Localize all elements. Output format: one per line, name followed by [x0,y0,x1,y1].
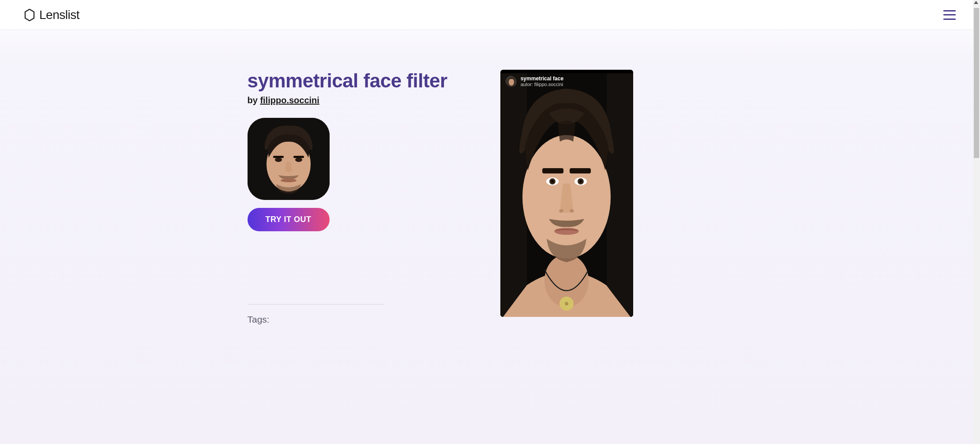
svg-rect-4 [273,156,284,158]
svg-point-6 [281,179,297,182]
tags-heading: Tags: [248,314,447,325]
brand-logo[interactable]: Lenslist [24,8,79,22]
hamburger-line-icon [943,19,956,20]
lenslist-hexagon-icon [24,9,35,21]
preview-meta: symmetrical face autor: filippo.soccini [521,75,563,87]
preview-header: symmetrical face autor: filippo.soccini [506,75,563,87]
try-it-out-button[interactable]: TRY IT OUT [248,208,330,231]
preview-author-line: autor: filippo.soccini [521,82,563,87]
filter-preview-card: symmetrical face autor: filippo.soccini [500,70,633,317]
hamburger-line-icon [943,10,956,11]
preview-avatar-icon [506,76,516,87]
menu-button[interactable] [943,10,956,20]
svg-point-2 [275,158,282,162]
filter-thumbnail [248,118,330,200]
face-thumbnail-image [248,118,330,200]
svg-point-24 [554,228,579,235]
by-prefix: by [248,95,260,105]
hamburger-line-icon [943,14,956,15]
filter-byline: by filippo.soccini [248,95,447,105]
svg-rect-5 [293,156,304,158]
site-header: Lenslist [0,0,980,30]
author-link[interactable]: filippo.soccini [260,95,319,105]
filter-details: symmetrical face filter by filippo.socci… [248,70,447,325]
svg-rect-14 [542,168,563,173]
svg-rect-11 [607,73,633,317]
scrollbar-thumb[interactable] [974,8,979,158]
scroll-up-arrow-icon[interactable] [974,1,978,4]
brand-name: Lenslist [39,8,79,22]
preview-filter-name: symmetrical face [521,75,563,82]
svg-point-20 [551,180,554,183]
svg-rect-15 [570,168,591,173]
preview-face-image [500,73,633,317]
svg-point-8 [509,79,514,86]
scrollbar-track[interactable] [973,0,980,444]
section-divider [248,304,384,305]
svg-point-26 [565,302,568,305]
svg-point-21 [579,180,582,183]
svg-point-23 [570,209,574,213]
main-content: symmetrical face filter by filippo.socci… [150,30,830,325]
filter-title: symmetrical face filter [248,70,447,92]
svg-point-22 [559,209,563,213]
svg-point-3 [295,158,302,162]
